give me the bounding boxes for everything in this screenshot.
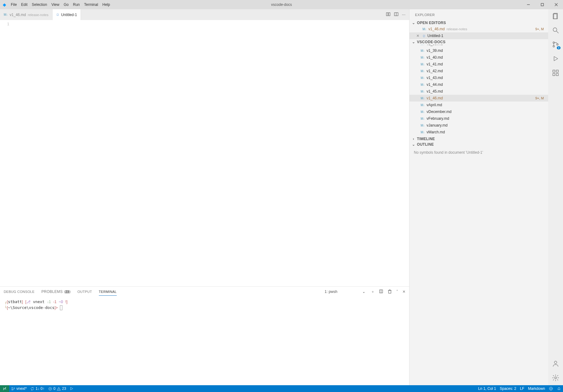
file-tree-item[interactable]: M↓v1_41.md [410, 61, 548, 68]
more-icon[interactable]: ⋯ [402, 13, 405, 17]
kill-terminal-icon[interactable] [388, 289, 392, 294]
menu-file[interactable]: File [9, 1, 19, 8]
file-tree-item[interactable]: M↓v1_39.md [410, 47, 548, 54]
menu-help[interactable]: Help [100, 1, 112, 8]
close-icon[interactable]: ✕ [416, 34, 421, 38]
tab-description: release-notes [28, 13, 48, 17]
file-path: release-notes [447, 27, 467, 31]
file-tree-item[interactable]: M↓v1_46.md9+, M [410, 95, 548, 102]
markdown-icon: M↓ [422, 27, 426, 31]
svg-line-16 [557, 31, 558, 33]
markdown-icon: M↓ [421, 110, 425, 114]
file-tree-item[interactable]: M↓vDecember.md [410, 108, 548, 115]
chevron-right-icon: › [411, 137, 416, 141]
minimize-button[interactable] [521, 0, 535, 9]
close-panel-icon[interactable]: ✕ [402, 290, 405, 294]
tab-problems-label: PROBLEMS [41, 290, 63, 294]
folder-header[interactable]: ⌄VSCODE-DOCS [410, 39, 548, 45]
explorer-icon[interactable] [551, 12, 560, 20]
git-branch[interactable]: vnext* [9, 386, 28, 391]
close-button[interactable] [549, 0, 563, 9]
outline-header[interactable]: ⌄OUTLINE [410, 142, 548, 147]
markdown-icon: M↓ [421, 90, 425, 93]
file-name: v1_43.md [426, 76, 443, 80]
tab-terminal[interactable]: TERMINAL [99, 290, 117, 296]
maximize-panel-icon[interactable]: ˄ [396, 290, 398, 294]
editor-group: M↓v1_46.mdrelease-notes🗋Untitled-1 ⋯ 1 D… [0, 9, 409, 385]
file-tree-item[interactable]: M↓v1_40.md [410, 54, 548, 61]
markdown-icon: M↓ [421, 45, 425, 46]
menu-go[interactable]: Go [61, 1, 71, 8]
open-editor-item[interactable]: M↓v1_46.mdrelease-notes9+, M [410, 26, 548, 32]
file-tree-item[interactable]: M↓v1_45.md [410, 88, 548, 95]
sync-status[interactable]: 1↓ 0↑ [28, 386, 46, 391]
run-debug-icon[interactable] [551, 54, 560, 63]
markdown-icon: M↓ [421, 124, 425, 127]
open-editor-item[interactable]: ✕🗋Untitled-1 [410, 32, 548, 39]
open-editors-header[interactable]: ⌄OPEN EDITORS [410, 20, 548, 26]
menu-edit[interactable]: Edit [19, 1, 30, 8]
menu-terminal[interactable]: Terminal [82, 1, 100, 8]
svg-rect-23 [556, 73, 558, 76]
editor-body[interactable]: 1 [0, 20, 409, 286]
markdown-icon: M↓ [421, 69, 425, 73]
status-bar: vnext* 1↓ 0↑ 0 23 Ln 1, Col 1 Spaces: 2 … [0, 385, 563, 392]
menu-selection[interactable]: Selection [30, 1, 49, 8]
eol[interactable]: LF [518, 386, 526, 391]
file-tree-item[interactable]: M↓v1_44.md [410, 81, 548, 88]
timeline-label: TIMELINE [417, 137, 435, 141]
terminal-content[interactable]: ┌[stbatt] [⎇ vnext ↓1 -1 ~0 !] └[~\Sourc… [0, 297, 409, 385]
svg-point-25 [554, 361, 557, 364]
editor-tab[interactable]: 🗋Untitled-1 [53, 9, 81, 20]
svg-marker-20 [554, 56, 558, 61]
indentation[interactable]: Spaces: 2 [498, 386, 518, 391]
file-tree-item[interactable]: M↓v1_38.md [410, 45, 548, 47]
editor-tabs: M↓v1_46.mdrelease-notes🗋Untitled-1 ⋯ [0, 9, 409, 20]
problems-status[interactable]: 0 23 [46, 386, 68, 391]
file-name: v1_42.md [426, 69, 443, 73]
remote-indicator[interactable] [0, 385, 9, 392]
branch-name: vnext* [16, 386, 27, 391]
terminal-selector[interactable]: 1: pwsh⌄ [323, 289, 367, 295]
tab-debug-console[interactable]: DEBUG CONSOLE [4, 290, 35, 294]
svg-rect-4 [386, 13, 388, 16]
extensions-icon[interactable] [551, 69, 560, 77]
folder-label: VSCODE-DOCS [417, 40, 446, 44]
file-tree-item[interactable]: M↓v1_43.md [410, 74, 548, 81]
source-control-icon[interactable]: 9 [551, 40, 560, 49]
debug-start[interactable] [68, 387, 75, 390]
editor-tab[interactable]: M↓v1_46.mdrelease-notes [0, 9, 53, 20]
terminal-selector-value: 1: pwsh [325, 290, 337, 294]
menu-view[interactable]: View [49, 1, 61, 8]
settings-gear-icon[interactable] [551, 373, 560, 382]
cursor-position[interactable]: Ln 1, Col 1 [476, 386, 498, 391]
markdown-icon: M↓ [4, 13, 8, 16]
compare-icon[interactable] [386, 12, 391, 18]
new-terminal-icon[interactable]: ＋ [371, 289, 375, 294]
split-editor-icon[interactable] [394, 12, 399, 18]
file-name: v1_40.md [426, 55, 443, 60]
tab-problems[interactable]: PROBLEMS23 [41, 290, 71, 294]
accounts-icon[interactable] [551, 359, 560, 368]
code-area[interactable] [12, 20, 409, 286]
menu-run[interactable]: Run [71, 1, 82, 8]
search-icon[interactable] [551, 26, 560, 35]
bottom-panel: DEBUG CONSOLE PROBLEMS23 OUTPUT TERMINAL… [0, 286, 409, 385]
markdown-icon: M↓ [421, 56, 425, 59]
file-tree-item[interactable]: M↓vMarch.md [410, 129, 548, 136]
maximize-button[interactable] [535, 0, 549, 9]
main-area: M↓v1_46.mdrelease-notes🗋Untitled-1 ⋯ 1 D… [0, 9, 563, 385]
file-tree-item[interactable]: M↓vJanuary.md [410, 122, 548, 129]
svg-rect-5 [389, 13, 390, 16]
feedback-icon[interactable] [547, 386, 555, 391]
panel-tabs: DEBUG CONSOLE PROBLEMS23 OUTPUT TERMINAL… [0, 287, 409, 297]
file-tree-item[interactable]: M↓v1_42.md [410, 68, 548, 74]
file-tree-item[interactable]: M↓vFebruary.md [410, 115, 548, 122]
split-terminal-icon[interactable] [379, 289, 383, 294]
timeline-header[interactable]: ›TIMELINE [410, 136, 548, 142]
file-tree-item[interactable]: M↓vApril.md [410, 102, 548, 108]
language-mode[interactable]: Markdown [526, 386, 547, 391]
notifications-icon[interactable] [555, 386, 563, 391]
tab-output[interactable]: OUTPUT [78, 290, 92, 294]
svg-rect-1 [541, 3, 544, 6]
